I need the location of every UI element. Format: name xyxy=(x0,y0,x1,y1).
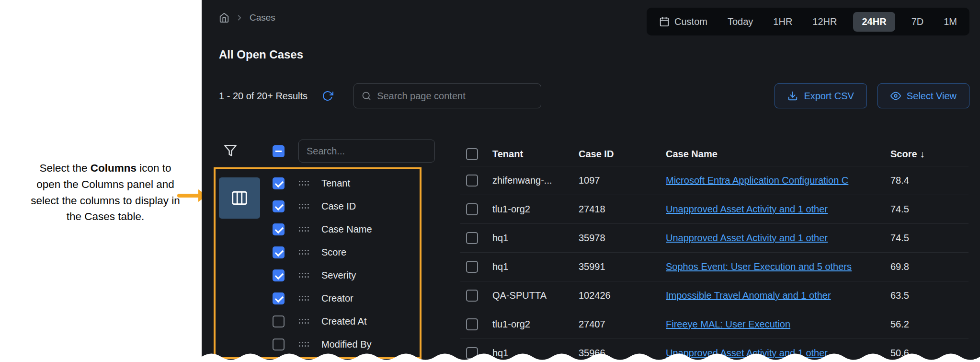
page-search-input[interactable] xyxy=(353,83,541,108)
time-range-label: 7D xyxy=(912,16,924,27)
time-range-1hr[interactable]: 1HR xyxy=(773,16,792,27)
drag-handle-icon[interactable] xyxy=(299,181,309,186)
columns-search-input[interactable] xyxy=(298,140,435,163)
table-row: tlu1-org2 27418 Unapproved Asset Activit… xyxy=(460,195,969,223)
select-all-columns-checkbox[interactable] xyxy=(273,145,285,157)
drag-handle-icon[interactable] xyxy=(299,296,309,301)
row-checkbox[interactable] xyxy=(466,203,478,215)
cell-tenant: hq1 xyxy=(492,233,579,244)
table-row: zhifenwang-... 1097 Microsoft Entra Appl… xyxy=(460,166,969,195)
page-search-field[interactable] xyxy=(377,91,533,102)
drag-handle-icon[interactable] xyxy=(299,227,309,232)
column-checkbox[interactable] xyxy=(273,339,285,350)
time-range-label: Custom xyxy=(674,16,707,27)
refresh-icon[interactable] xyxy=(322,90,333,102)
time-range-label: 1HR xyxy=(773,16,792,27)
columns-search-field[interactable] xyxy=(307,146,427,157)
column-checkbox[interactable] xyxy=(273,246,285,258)
filter-icon[interactable] xyxy=(224,144,237,157)
cell-tenant: QA-SPUTTA xyxy=(492,290,579,301)
home-icon[interactable] xyxy=(219,12,229,23)
table-row: tlu1-org2 27407 Fireeye MAL: User Execut… xyxy=(460,310,969,339)
export-csv-label: Export CSV xyxy=(804,91,854,102)
annotation-text: Select the Columns icon to open the Colu… xyxy=(26,160,184,225)
case-name-link[interactable]: Microsoft Entra Application Configuratio… xyxy=(666,175,884,186)
cell-case-id: 27418 xyxy=(579,204,666,215)
cell-score: 63.5 xyxy=(890,290,969,301)
row-checkbox[interactable] xyxy=(466,232,478,244)
torn-edge-decoration xyxy=(202,350,980,362)
time-range-1m[interactable]: 1M xyxy=(944,16,957,27)
drag-handle-icon[interactable] xyxy=(299,204,309,209)
column-checkbox[interactable] xyxy=(273,223,285,235)
column-checkbox[interactable] xyxy=(273,269,285,281)
time-range-bar: Custom Today 1HR 12HR 24HR 7D 1M xyxy=(647,8,969,35)
breadcrumb-cases[interactable]: Cases xyxy=(250,12,275,23)
column-label: Tenant xyxy=(321,178,350,189)
column-option-case-name: Case Name xyxy=(267,218,425,241)
time-range-12hr[interactable]: 12HR xyxy=(812,16,837,27)
time-range-custom[interactable]: Custom xyxy=(659,16,707,27)
results-count: 1 - 20 of 20+ Results xyxy=(219,91,308,102)
chevron-right-icon xyxy=(235,13,244,22)
select-all-rows-checkbox[interactable] xyxy=(466,148,478,160)
row-checkbox[interactable] xyxy=(466,290,478,302)
cell-case-id: 35978 xyxy=(579,233,666,244)
search-icon xyxy=(362,91,371,101)
column-checkbox[interactable] xyxy=(273,200,285,212)
arrow-shaft xyxy=(177,194,199,198)
download-icon xyxy=(787,91,798,101)
column-label: Modified By xyxy=(321,339,372,350)
header-tenant[interactable]: Tenant xyxy=(492,149,579,160)
table-header-row: Tenant Case ID Case Name Score↓ xyxy=(460,142,969,166)
row-checkbox[interactable] xyxy=(466,318,478,330)
column-option-score: Score xyxy=(267,241,425,264)
header-case-id[interactable]: Case ID xyxy=(579,149,666,160)
time-range-24hr[interactable]: 24HR xyxy=(853,12,895,32)
drag-handle-icon[interactable] xyxy=(299,319,309,324)
row-checkbox[interactable] xyxy=(466,261,478,273)
cell-case-id: 102426 xyxy=(579,290,666,301)
time-range-today[interactable]: Today xyxy=(728,16,753,27)
case-name-link[interactable]: Sophos Event: User Execution and 5 other… xyxy=(666,261,884,272)
time-range-label: Today xyxy=(728,16,753,27)
column-option-case-id: Case ID xyxy=(267,195,425,218)
column-label: Case Name xyxy=(321,224,372,235)
header-case-name[interactable]: Case Name xyxy=(666,149,890,160)
export-csv-button[interactable]: Export CSV xyxy=(775,83,866,108)
column-label: Severity xyxy=(321,270,356,281)
time-range-7d[interactable]: 7D xyxy=(912,16,924,27)
case-name-link[interactable]: Impossible Travel Anomaly and 1 other xyxy=(666,290,884,301)
row-checkbox[interactable] xyxy=(466,175,478,187)
case-name-link[interactable]: Fireeye MAL: User Execution xyxy=(666,319,884,330)
column-checkbox[interactable] xyxy=(273,315,285,327)
case-name-link[interactable]: Unapproved Asset Activity and 1 other xyxy=(666,233,884,244)
cell-case-id: 27407 xyxy=(579,319,666,330)
cell-tenant: tlu1-org2 xyxy=(492,319,579,330)
header-score[interactable]: Score↓ xyxy=(890,149,969,160)
column-option-tenant: Tenant xyxy=(267,172,425,195)
select-view-button[interactable]: Select View xyxy=(877,83,969,108)
drag-handle-icon[interactable] xyxy=(299,273,309,278)
sort-desc-icon[interactable]: ↓ xyxy=(920,149,925,159)
columns-icon-button[interactable] xyxy=(219,177,260,219)
case-name-link[interactable]: Unapproved Asset Activity and 1 other xyxy=(666,204,884,215)
cases-app: Cases Custom Today 1HR 12HR 24HR 7D 1M A… xyxy=(202,0,980,362)
table-body: zhifenwang-... 1097 Microsoft Entra Appl… xyxy=(460,166,969,362)
table-row: hq1 35978 Unapproved Asset Activity and … xyxy=(460,223,969,252)
drag-handle-icon[interactable] xyxy=(299,342,309,347)
breadcrumb: Cases xyxy=(219,12,275,23)
cell-tenant: zhifenwang-... xyxy=(492,175,579,186)
column-label: Case ID xyxy=(321,201,356,212)
annotation-bold-word: Columns xyxy=(91,162,137,174)
cell-case-id: 35991 xyxy=(579,261,666,272)
column-option-severity: Severity xyxy=(267,264,425,287)
column-checkbox[interactable] xyxy=(273,292,285,304)
drag-handle-icon[interactable] xyxy=(299,250,309,255)
column-checkbox[interactable] xyxy=(273,177,285,189)
column-option-created-at: Created At xyxy=(267,310,425,333)
columns-icon xyxy=(230,189,249,207)
page-title: All Open Cases xyxy=(219,48,303,61)
time-range-label: 24HR xyxy=(862,16,886,27)
column-option-creator: Creator xyxy=(267,287,425,310)
